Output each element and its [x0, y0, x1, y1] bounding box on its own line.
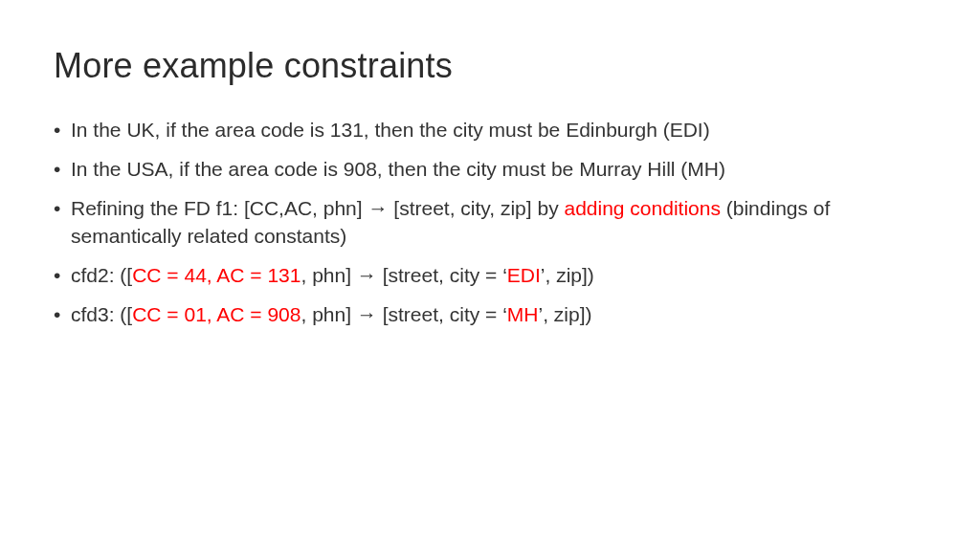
highlight-text: adding conditions	[564, 197, 720, 219]
bullet-text: ’, zip])	[539, 303, 592, 325]
bullet-text: cfd2: ([	[71, 264, 132, 286]
bullet-text: cfd3: ([	[71, 303, 132, 325]
bullet-text: In the USA, if the area code is 908, the…	[71, 158, 725, 180]
slide-title: More example constraints	[54, 46, 926, 86]
list-item: In the UK, if the area code is 131, then…	[54, 117, 926, 144]
bullet-text: Refining the FD f1: [CC,AC, phn] → [stre…	[71, 197, 564, 219]
bullet-text: , phn] → [street, city = ‘	[301, 264, 506, 286]
list-item: cfd2: ([CC = 44, AC = 131, phn] → [stree…	[54, 262, 926, 290]
highlight-text: MH	[507, 303, 539, 325]
bullet-text: In the UK, if the area code is 131, then…	[71, 119, 710, 141]
list-item: In the USA, if the area code is 908, the…	[54, 156, 926, 184]
bullet-text: ’, zip])	[541, 264, 594, 286]
list-item: Refining the FD f1: [CC,AC, phn] → [stre…	[54, 195, 926, 251]
bullet-text: , phn] → [street, city = ‘	[301, 303, 506, 325]
list-item: cfd3: ([CC = 01, AC = 908, phn] → [stree…	[54, 301, 926, 329]
highlight-text: CC = 44, AC = 131	[132, 264, 301, 286]
bullet-list: In the UK, if the area code is 131, then…	[54, 117, 926, 329]
highlight-text: EDI	[507, 264, 541, 286]
highlight-text: CC = 01, AC = 908	[132, 303, 301, 325]
